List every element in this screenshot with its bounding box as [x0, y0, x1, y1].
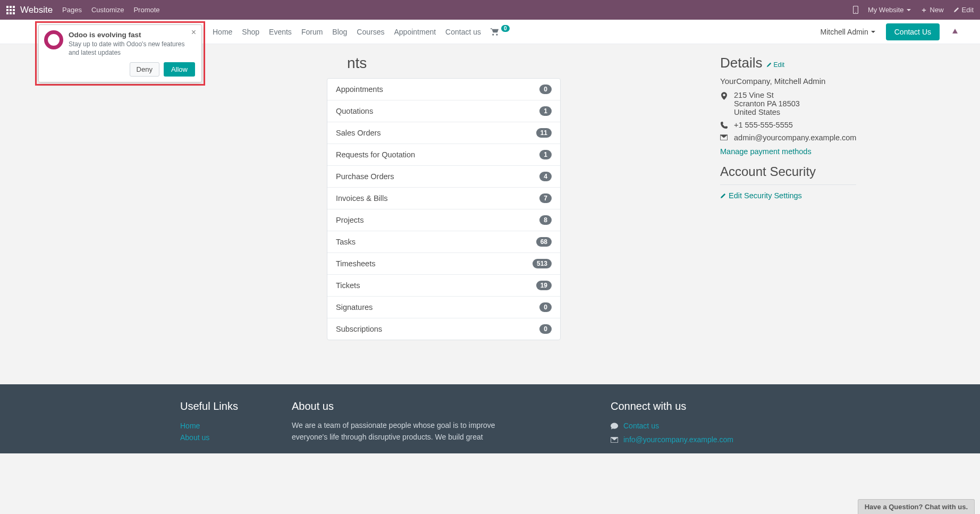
list-item[interactable]: Projects8 — [327, 209, 560, 231]
chevron-down-icon — [907, 9, 911, 11]
manage-payment-link[interactable]: Manage payment methods — [720, 147, 812, 156]
list-item[interactable]: Tickets19 — [327, 275, 560, 297]
deny-button[interactable]: Deny — [130, 62, 159, 77]
mobile-preview-icon[interactable] — [853, 6, 858, 14]
phone-value: +1 555-555-5555 — [734, 121, 793, 129]
count-badge: 0 — [539, 85, 552, 94]
count-badge: 513 — [533, 259, 552, 268]
list-item[interactable]: Tasks68 — [327, 231, 560, 253]
pencil-icon — [953, 7, 959, 13]
nav-courses[interactable]: Courses — [357, 28, 384, 36]
footer-email-link[interactable]: info@yourcompany.example.com — [623, 434, 733, 445]
nav-events[interactable]: Events — [269, 28, 292, 36]
count-badge: 4 — [539, 172, 552, 181]
new-button[interactable]: ＋New — [920, 5, 944, 15]
email-value: admin@yourcompany.example.com — [734, 133, 856, 142]
footer-link-about[interactable]: About us — [180, 432, 260, 443]
edit-button[interactable]: Edit — [953, 6, 974, 14]
my-website-dropdown[interactable]: My Website — [868, 6, 911, 14]
cart-icon — [491, 28, 499, 36]
nav-appointment[interactable]: Appointment — [394, 28, 436, 36]
cart-button[interactable]: 0 — [491, 28, 510, 36]
apps-icon[interactable] — [6, 6, 15, 14]
user-dropdown[interactable]: Mitchell Admin — [820, 28, 875, 36]
cart-count: 0 — [501, 25, 510, 32]
admin-bar: Website Pages Customize Promote My Websi… — [0, 0, 980, 20]
notification-highlight: × Odoo is evolving fast Stay up to date … — [35, 21, 205, 86]
footer-about-heading: About us — [292, 400, 520, 412]
app-title[interactable]: Website — [6, 5, 53, 15]
nav-blog[interactable]: Blog — [332, 28, 347, 36]
address-line3: United States — [734, 108, 800, 116]
admin-menu-customize[interactable]: Customize — [91, 6, 124, 14]
list-item-label: Requests for Quotation — [336, 150, 415, 159]
list-item[interactable]: Purchase Orders4 — [327, 166, 560, 188]
svg-point-1 — [855, 12, 856, 13]
envelope-icon — [720, 134, 728, 140]
count-badge: 1 — [539, 150, 552, 159]
allow-button[interactable]: Allow — [164, 62, 195, 77]
footer-about-text: We are a team of passionate people whose… — [292, 420, 520, 443]
list-item-label: Tickets — [336, 281, 360, 290]
notification-popup: × Odoo is evolving fast Stay up to date … — [38, 24, 202, 82]
notification-title: Odoo is evolving fast — [69, 31, 141, 39]
chevron-down-icon — [871, 31, 875, 33]
documents-list: Appointments0Quotations1Sales Orders11Re… — [327, 78, 561, 340]
footer-link-home[interactable]: Home — [180, 420, 260, 432]
list-item-label: Invoices & Bills — [336, 194, 388, 203]
count-badge: 68 — [536, 237, 552, 247]
footer-connect-heading: Connect with us — [611, 400, 800, 412]
list-item[interactable]: Timesheets513 — [327, 253, 560, 275]
account-security-heading: Account Security — [720, 164, 856, 179]
email-row: admin@yourcompany.example.com — [720, 133, 856, 142]
list-item-label: Signatures — [336, 303, 373, 311]
nav-forum[interactable]: Forum — [301, 28, 323, 36]
nav-shop[interactable]: Shop — [242, 28, 259, 36]
address-line2: Scranton PA 18503 — [734, 99, 800, 108]
list-item-label: Subscriptions — [336, 325, 382, 333]
details-heading: Details Edit — [720, 55, 856, 71]
app-title-text: Website — [20, 5, 53, 15]
edit-details-link[interactable]: Edit — [766, 61, 784, 69]
list-item[interactable]: Requests for Quotation1 — [327, 144, 560, 166]
plus-icon: ＋ — [920, 5, 927, 15]
count-badge: 1 — [539, 106, 552, 116]
count-badge: 19 — [536, 281, 552, 290]
edit-security-link[interactable]: Edit Security Settings — [720, 191, 856, 200]
list-item-label: Timesheets — [336, 259, 375, 268]
address-row: 215 Vine St Scranton PA 18503 United Sta… — [720, 91, 856, 116]
list-item-label: Appointments — [336, 85, 383, 94]
map-marker-icon — [720, 92, 728, 100]
list-item-label: Sales Orders — [336, 129, 381, 137]
company-name: YourCompany, Mitchell Admin — [720, 77, 856, 86]
list-item-label: Tasks — [336, 238, 356, 246]
close-icon[interactable]: × — [191, 28, 196, 37]
admin-menu-promote[interactable]: Promote — [133, 6, 159, 14]
list-item-label: Quotations — [336, 107, 373, 115]
list-item[interactable]: Invoices & Bills7 — [327, 188, 560, 209]
list-item[interactable]: Appointments0 — [327, 79, 560, 100]
footer-links-heading: Useful Links — [180, 400, 260, 412]
count-badge: 0 — [539, 302, 552, 312]
site-footer: Useful Links Home About us About us We a… — [0, 384, 980, 453]
pencil-icon — [766, 62, 772, 68]
phone-icon — [720, 122, 728, 129]
nav-home[interactable]: Home — [213, 28, 232, 36]
pencil-icon — [720, 193, 726, 199]
count-badge: 0 — [539, 324, 552, 334]
nav-contact-us[interactable]: Contact us — [445, 28, 481, 36]
list-item[interactable]: Signatures0 — [327, 297, 560, 318]
count-badge: 8 — [539, 215, 552, 225]
admin-menu-pages[interactable]: Pages — [62, 6, 82, 14]
list-item-label: Purchase Orders — [336, 172, 394, 181]
list-item[interactable]: Sales Orders11 — [327, 122, 560, 144]
phone-row: +1 555-555-5555 — [720, 121, 856, 129]
list-item[interactable]: Quotations1 — [327, 100, 560, 122]
footer-contact-link[interactable]: Contact us — [623, 420, 659, 432]
notification-body: Stay up to date with Odoo's new features… — [69, 40, 195, 57]
chat-bubble-icon — [611, 423, 618, 429]
contact-us-button[interactable]: Contact Us — [886, 23, 940, 40]
page-title: nts — [347, 55, 561, 72]
address-line1: 215 Vine St — [734, 91, 800, 99]
list-item[interactable]: Subscriptions0 — [327, 318, 560, 340]
